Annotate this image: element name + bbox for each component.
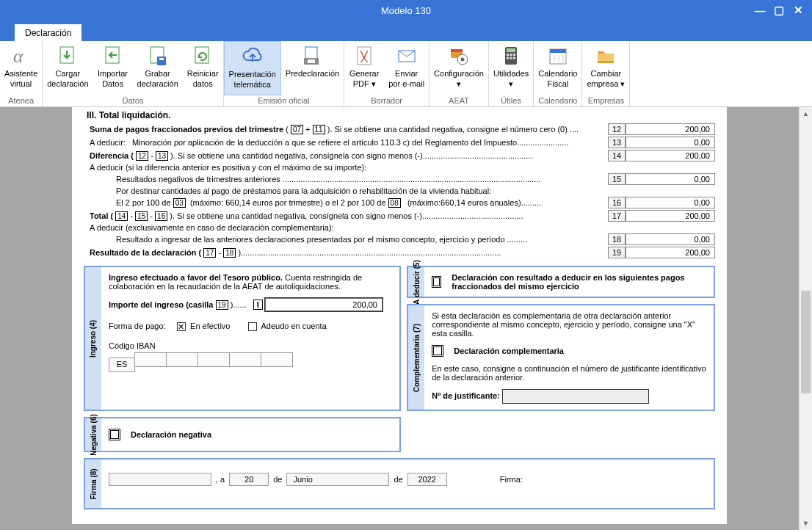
ribbon-group-label: AEAT [429,95,488,106]
window-title: Modelo 130 [381,5,431,16]
enviar-email[interactable]: Enviarpor e-mail [384,41,429,95]
doc-refresh-icon [191,44,214,68]
ribbon-group-label: Empresas [582,95,629,106]
ribbon-btn-label2: empresa ▾ [587,79,625,88]
ribbon-btn-label2: declaración [137,79,178,88]
svg-rect-4 [157,57,166,65]
svg-point-15 [461,58,465,62]
ribbon-group: PresentacióntelemáticaPredeclaraciónEmis… [224,41,345,106]
pdf-icon [352,44,376,68]
ribbon-btn-label2: datos [193,79,213,88]
ribbon-group-label: Calendario [534,95,581,106]
ribbon-btn-label2: telemática [234,80,271,89]
ribbon-group: Configuración▾AEAT [429,41,489,106]
calendario-fiscal[interactable]: CalendarioFiscal [534,41,581,95]
generar-pdf[interactable]: GenerarPDF ▾ [344,41,384,95]
ribbon-btn-label: Cargar [56,69,81,78]
ribbon-btn-label: Predeclaración [286,69,339,78]
svg-rect-20 [513,54,515,56]
svg-rect-19 [510,54,512,56]
ribbon-btn-label: Presentación [229,70,276,79]
ribbon-group-label: Datos [43,95,222,106]
cloud-up-icon [241,45,264,68]
asistente-virtual[interactable]: αAsistentevirtual [0,41,42,95]
doc-printer-icon [300,44,324,68]
ribbon-group-label: Atenea [0,95,42,106]
ribbon-group-label: Emisión oficial [224,95,344,106]
ribbon-group: CargardeclaraciónImportarDatosGrabardecl… [43,41,223,106]
svg-rect-13 [451,49,463,52]
presentacion-telematica[interactable]: Presentacióntelemática [224,41,281,95]
ribbon-group: GenerarPDF ▾Enviarpor e-mailBorrador [344,41,429,106]
ribbon-group-label: Borrador [344,95,429,106]
ribbon-group: Cambiarempresa ▾Empresas [582,41,630,106]
doc-arrow-left-icon [101,44,125,68]
svg-rect-25 [550,49,566,53]
ribbon-btn-label: Importar [98,69,128,78]
doc-arrow-down-icon [56,44,79,68]
close-button[interactable]: ✕ [789,3,808,18]
folder-icon [594,44,617,68]
grabar-declaracion[interactable]: Grabardeclaración [133,41,183,95]
configuracion[interactable]: Configuración▾ [429,41,488,95]
reiniciar-datos[interactable]: Reiniciardatos [183,41,223,95]
minimize-button[interactable]: — [750,3,769,18]
maximize-button[interactable]: ▢ [769,3,789,18]
predeclaracion[interactable]: Predeclaración [281,41,344,95]
svg-rect-17 [507,48,515,52]
tabbar: Declaración [0,21,812,41]
ribbon-btn-label2: Fiscal [548,79,569,88]
svg-rect-9 [308,59,315,63]
svg-rect-10 [358,47,371,65]
ribbon-group: Utilidades▾Útiles [489,41,534,106]
svg-rect-22 [510,57,512,59]
svg-text:α: α [13,46,24,67]
ribbon-btn-label: Asistente [4,69,37,78]
cargar-declaracion[interactable]: Cargardeclaración [43,41,93,95]
alpha-icon: α [10,44,33,68]
titlebar: Modelo 130 — ▢ ✕ [0,0,812,21]
ribbon-btn-label2: por e-mail [388,79,424,88]
importar-datos[interactable]: ImportarDatos [93,41,133,95]
ribbon-btn-label2: PDF ▾ [353,79,376,88]
ribbon: αAsistentevirtualAteneaCargardeclaración… [0,41,812,107]
ribbon-btn-label: Reiniciar [187,69,219,78]
cambiar-empresa[interactable]: Cambiarempresa ▾ [582,41,629,95]
doc-disk-icon [146,44,170,68]
ribbon-btn-label: Generar [349,69,379,78]
svg-rect-23 [513,57,515,59]
calendar-icon [546,44,570,68]
ribbon-btn-label2: declaración [47,79,88,88]
ribbon-btn-label2: virtual [10,79,32,88]
ribbon-group-label: Útiles [489,95,533,106]
ribbon-btn-label: Enviar [395,69,418,78]
gear-badge-icon [447,44,471,68]
ribbon-btn-label: Grabar [145,69,170,78]
ribbon-btn-label: Cambiar [591,69,622,78]
mail-icon [395,44,418,68]
ribbon-btn-label: Utilidades [493,69,529,78]
utilidades[interactable]: Utilidades▾ [489,41,533,95]
svg-rect-18 [507,54,509,56]
svg-rect-21 [507,57,509,59]
tab-declaracion[interactable]: Declaración [15,24,81,41]
ribbon-btn-label: Calendario [538,69,577,78]
ribbon-btn-label2: ▾ [509,79,513,88]
calc-icon [499,44,523,68]
ribbon-group: CalendarioFiscalCalendario [534,41,582,106]
ribbon-group: αAsistentevirtualAtenea [0,41,43,106]
svg-rect-5 [159,58,164,60]
ribbon-btn-label2: ▾ [457,79,461,88]
ribbon-btn-label: Configuración [434,69,484,78]
ribbon-btn-label2: Datos [102,79,123,88]
